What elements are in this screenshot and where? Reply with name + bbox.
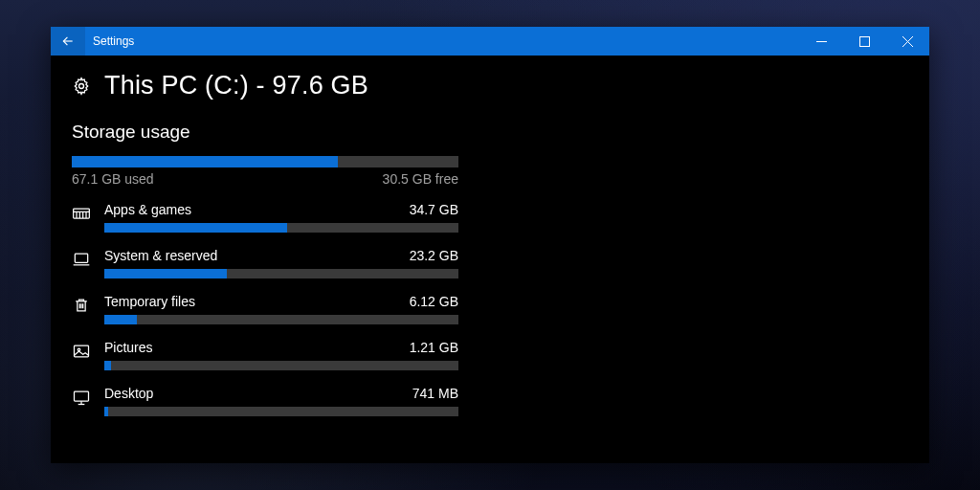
category-fill — [104, 269, 227, 278]
laptop-icon — [72, 250, 91, 269]
category-icon — [72, 250, 91, 269]
category-name: System & reserved — [104, 248, 217, 263]
page-title: This PC (C:) - 97.6 GB — [104, 71, 368, 100]
category-bar — [104, 315, 458, 324]
svg-rect-12 — [75, 254, 87, 262]
category-name: Desktop — [104, 386, 153, 401]
category-row[interactable]: Desktop741 MB — [72, 386, 458, 416]
content-area: This PC (C:) - 97.6 GB Storage usage 67.… — [51, 56, 929, 463]
trash-icon — [72, 296, 91, 315]
category-row[interactable]: Temporary files6.12 GB — [72, 294, 458, 324]
category-fill — [104, 407, 108, 416]
category-icon — [72, 204, 91, 223]
category-size: 6.12 GB — [410, 294, 458, 309]
svg-rect-19 — [75, 391, 89, 401]
category-list: Apps & games34.7 GBSystem & reserved23.2… — [72, 202, 458, 416]
category-size: 741 MB — [412, 386, 458, 401]
overall-usage-fill — [72, 156, 338, 167]
category-size: 34.7 GB — [410, 202, 458, 217]
settings-window: Settings — [51, 27, 929, 463]
category-size: 1.21 GB — [410, 340, 458, 355]
category-fill — [104, 223, 287, 233]
close-button[interactable] — [886, 27, 929, 56]
category-row[interactable]: Pictures1.21 GB — [72, 340, 458, 370]
category-row[interactable]: System & reserved23.2 GB — [72, 248, 458, 278]
maximize-icon — [859, 36, 870, 47]
category-bar — [104, 269, 458, 278]
close-icon — [902, 36, 913, 47]
category-icon — [72, 296, 91, 315]
titlebar: Settings — [51, 27, 929, 56]
category-row[interactable]: Apps & games34.7 GB — [72, 202, 458, 233]
category-name: Temporary files — [104, 294, 195, 309]
overall-usage-bar — [72, 156, 458, 167]
svg-rect-2 — [860, 36, 870, 46]
window-title: Settings — [85, 34, 134, 48]
minimize-icon — [816, 36, 827, 47]
page-header: This PC (C:) - 97.6 GB — [72, 71, 908, 100]
apps-icon — [72, 204, 91, 223]
category-size: 23.2 GB — [410, 248, 458, 263]
category-fill — [104, 361, 111, 370]
svg-rect-6 — [74, 209, 90, 218]
desktop-wallpaper: Settings — [0, 0, 980, 490]
minimize-button[interactable] — [800, 27, 843, 56]
category-name: Apps & games — [104, 202, 191, 217]
back-button[interactable] — [51, 27, 85, 56]
used-label: 67.1 GB used — [72, 171, 154, 187]
svg-rect-17 — [75, 345, 89, 357]
picture-icon — [72, 342, 91, 361]
category-icon — [72, 342, 91, 361]
category-bar — [104, 361, 458, 370]
svg-point-5 — [79, 83, 84, 88]
desktop-icon — [72, 388, 91, 407]
category-name: Pictures — [104, 340, 153, 355]
category-icon — [72, 388, 91, 407]
category-bar — [104, 407, 458, 416]
maximize-button[interactable] — [843, 27, 886, 56]
window-controls — [800, 27, 929, 56]
section-title: Storage usage — [72, 122, 908, 143]
gear-icon — [72, 77, 91, 96]
arrow-left-icon — [61, 34, 75, 48]
free-label: 30.5 GB free — [383, 171, 458, 187]
category-fill — [104, 315, 137, 324]
category-bar — [104, 223, 458, 233]
overall-usage: 67.1 GB used 30.5 GB free — [72, 156, 458, 187]
